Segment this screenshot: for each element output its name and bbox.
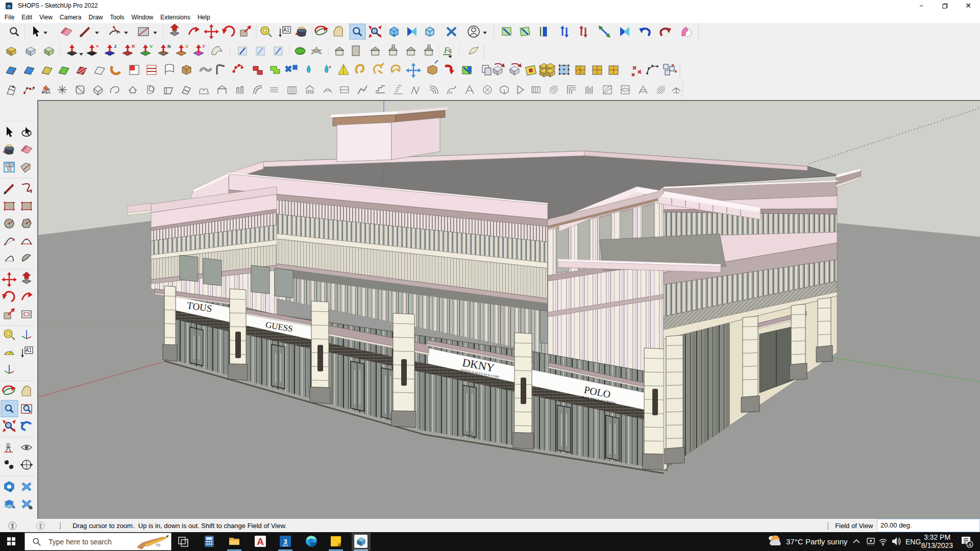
svg-text:3:32 PM: 3:32 PM [924,533,950,541]
svg-text:A1: A1 [283,27,290,33]
svg-text:#: # [12,69,15,74]
svg-text:#: # [329,65,331,69]
svg-text:6: 6 [449,48,452,54]
svg-text:F: F [203,44,206,49]
svg-text:37°C: 37°C [786,537,803,546]
svg-text:MAX: MAX [283,544,289,547]
svg-text:Partly sunny: Partly sunny [805,537,848,546]
svg-text:8/13/2023: 8/13/2023 [921,541,953,549]
svg-text:R: R [132,44,135,49]
svg-text:J: J [114,44,116,49]
svg-text:ENG: ENG [905,538,921,546]
svg-text:4: 4 [968,542,971,547]
svg-text:V: V [150,44,153,49]
svg-text:=: = [96,44,99,49]
svg-text:N: N [167,44,171,49]
svg-text:X: X [185,44,188,49]
svg-text:A1: A1 [26,347,32,353]
svg-text:A: A [257,536,264,547]
